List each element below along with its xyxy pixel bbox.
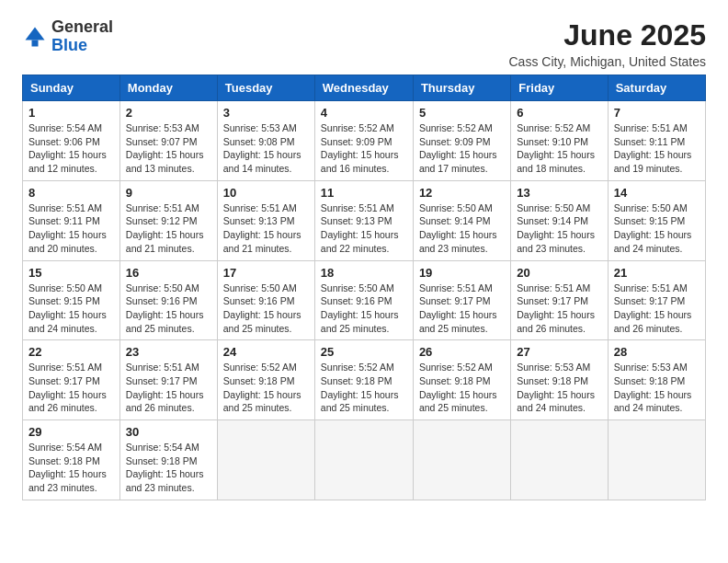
day-info: Sunrise: 5:52 AM Sunset: 9:10 PM Dayligh…: [517, 121, 601, 176]
table-row: 9 Sunrise: 5:51 AM Sunset: 9:12 PM Dayli…: [119, 180, 217, 260]
day-info: Sunrise: 5:53 AM Sunset: 9:07 PM Dayligh…: [126, 121, 211, 176]
day-number: 19: [419, 266, 505, 280]
day-number: 5: [419, 106, 505, 120]
day-number: 3: [223, 106, 309, 120]
title-area: June 2025 Cass City, Michigan, United St…: [509, 18, 707, 69]
table-row: 16 Sunrise: 5:50 AM Sunset: 9:16 PM Dayl…: [119, 260, 217, 340]
day-number: 21: [614, 266, 700, 280]
table-row: 18 Sunrise: 5:50 AM Sunset: 9:16 PM Dayl…: [314, 260, 413, 340]
day-info: Sunrise: 5:51 AM Sunset: 9:11 PM Dayligh…: [614, 121, 700, 176]
table-row: 3 Sunrise: 5:53 AM Sunset: 9:08 PM Dayli…: [217, 101, 314, 181]
table-row: 21 Sunrise: 5:51 AM Sunset: 9:17 PM Dayl…: [608, 260, 705, 340]
svg-marker-0: [26, 27, 45, 40]
day-number: 16: [126, 266, 211, 280]
day-info: Sunrise: 5:50 AM Sunset: 9:14 PM Dayligh…: [517, 201, 601, 256]
day-number: 1: [28, 106, 114, 120]
day-info: Sunrise: 5:54 AM Sunset: 9:06 PM Dayligh…: [28, 121, 114, 176]
table-row: 14 Sunrise: 5:50 AM Sunset: 9:15 PM Dayl…: [608, 180, 705, 260]
location-title: Cass City, Michigan, United States: [509, 54, 707, 69]
day-info: Sunrise: 5:52 AM Sunset: 9:18 PM Dayligh…: [321, 361, 407, 415]
table-row: 26 Sunrise: 5:52 AM Sunset: 9:18 PM Dayl…: [413, 340, 510, 420]
day-info: Sunrise: 5:51 AM Sunset: 9:17 PM Dayligh…: [614, 282, 700, 336]
day-info: Sunrise: 5:53 AM Sunset: 9:08 PM Dayligh…: [223, 121, 309, 176]
calendar-week-row: 1 Sunrise: 5:54 AM Sunset: 9:06 PM Dayli…: [23, 101, 706, 181]
day-number: 29: [28, 425, 114, 439]
table-row: 22 Sunrise: 5:51 AM Sunset: 9:17 PM Dayl…: [23, 340, 120, 420]
day-info: Sunrise: 5:50 AM Sunset: 9:16 PM Dayligh…: [223, 282, 309, 336]
day-info: Sunrise: 5:51 AM Sunset: 9:13 PM Dayligh…: [321, 201, 407, 256]
day-info: Sunrise: 5:51 AM Sunset: 9:11 PM Dayligh…: [28, 201, 114, 256]
table-row: 7 Sunrise: 5:51 AM Sunset: 9:11 PM Dayli…: [608, 101, 705, 181]
table-row: 1 Sunrise: 5:54 AM Sunset: 9:06 PM Dayli…: [23, 101, 120, 181]
col-monday: Monday: [119, 75, 217, 101]
day-info: Sunrise: 5:53 AM Sunset: 9:18 PM Dayligh…: [517, 361, 601, 415]
day-number: 4: [321, 106, 407, 120]
empty-cell: [511, 420, 608, 500]
table-row: 13 Sunrise: 5:50 AM Sunset: 9:14 PM Dayl…: [511, 180, 608, 260]
day-number: 22: [28, 345, 114, 359]
table-row: 11 Sunrise: 5:51 AM Sunset: 9:13 PM Dayl…: [314, 180, 413, 260]
day-info: Sunrise: 5:54 AM Sunset: 9:18 PM Dayligh…: [126, 441, 211, 495]
day-info: Sunrise: 5:52 AM Sunset: 9:18 PM Dayligh…: [223, 361, 309, 415]
month-title: June 2025: [509, 18, 707, 52]
day-number: 26: [419, 345, 505, 359]
table-row: 27 Sunrise: 5:53 AM Sunset: 9:18 PM Dayl…: [511, 340, 608, 420]
day-number: 7: [614, 106, 700, 120]
calendar-week-row: 22 Sunrise: 5:51 AM Sunset: 9:17 PM Dayl…: [23, 340, 706, 420]
table-row: 17 Sunrise: 5:50 AM Sunset: 9:16 PM Dayl…: [217, 260, 314, 340]
table-row: 19 Sunrise: 5:51 AM Sunset: 9:17 PM Dayl…: [413, 260, 510, 340]
logo-general: General: [51, 17, 113, 36]
day-number: 20: [517, 266, 601, 280]
day-info: Sunrise: 5:50 AM Sunset: 9:14 PM Dayligh…: [419, 201, 505, 256]
table-row: 24 Sunrise: 5:52 AM Sunset: 9:18 PM Dayl…: [217, 340, 314, 420]
logo-text: General Blue: [51, 18, 113, 55]
day-info: Sunrise: 5:52 AM Sunset: 9:18 PM Dayligh…: [419, 361, 505, 415]
empty-cell: [217, 420, 314, 500]
day-number: 25: [321, 345, 407, 359]
day-number: 27: [517, 345, 601, 359]
table-row: 6 Sunrise: 5:52 AM Sunset: 9:10 PM Dayli…: [511, 101, 608, 181]
table-row: 30 Sunrise: 5:54 AM Sunset: 9:18 PM Dayl…: [119, 420, 217, 500]
table-row: 8 Sunrise: 5:51 AM Sunset: 9:11 PM Dayli…: [23, 180, 120, 260]
col-friday: Friday: [511, 75, 608, 101]
day-number: 10: [223, 186, 309, 200]
day-info: Sunrise: 5:50 AM Sunset: 9:16 PM Dayligh…: [321, 282, 407, 336]
day-number: 23: [126, 345, 211, 359]
svg-rect-1: [32, 40, 39, 46]
table-row: 29 Sunrise: 5:54 AM Sunset: 9:18 PM Dayl…: [23, 420, 120, 500]
empty-cell: [608, 420, 705, 500]
day-info: Sunrise: 5:54 AM Sunset: 9:18 PM Dayligh…: [28, 441, 114, 495]
calendar-week-row: 15 Sunrise: 5:50 AM Sunset: 9:15 PM Dayl…: [23, 260, 706, 340]
table-row: 15 Sunrise: 5:50 AM Sunset: 9:15 PM Dayl…: [23, 260, 120, 340]
day-number: 9: [126, 186, 211, 200]
day-number: 18: [321, 266, 407, 280]
day-info: Sunrise: 5:52 AM Sunset: 9:09 PM Dayligh…: [419, 121, 505, 176]
col-sunday: Sunday: [23, 75, 120, 101]
calendar-week-row: 29 Sunrise: 5:54 AM Sunset: 9:18 PM Dayl…: [23, 420, 706, 500]
day-info: Sunrise: 5:51 AM Sunset: 9:17 PM Dayligh…: [126, 361, 211, 415]
empty-cell: [314, 420, 413, 500]
day-info: Sunrise: 5:50 AM Sunset: 9:15 PM Dayligh…: [614, 201, 700, 256]
col-tuesday: Tuesday: [217, 75, 314, 101]
day-number: 11: [321, 186, 407, 200]
col-wednesday: Wednesday: [314, 75, 413, 101]
logo: General Blue: [22, 18, 113, 55]
table-row: 28 Sunrise: 5:53 AM Sunset: 9:18 PM Dayl…: [608, 340, 705, 420]
day-number: 6: [517, 106, 601, 120]
day-number: 24: [223, 345, 309, 359]
empty-cell: [413, 420, 510, 500]
day-info: Sunrise: 5:52 AM Sunset: 9:09 PM Dayligh…: [321, 121, 407, 176]
day-number: 12: [419, 186, 505, 200]
table-row: 25 Sunrise: 5:52 AM Sunset: 9:18 PM Dayl…: [314, 340, 413, 420]
day-info: Sunrise: 5:50 AM Sunset: 9:16 PM Dayligh…: [126, 282, 211, 336]
day-number: 30: [126, 425, 211, 439]
col-thursday: Thursday: [413, 75, 510, 101]
day-number: 14: [614, 186, 700, 200]
table-row: 23 Sunrise: 5:51 AM Sunset: 9:17 PM Dayl…: [119, 340, 217, 420]
calendar-header-row: Sunday Monday Tuesday Wednesday Thursday…: [23, 75, 706, 101]
day-number: 15: [28, 266, 114, 280]
logo-icon: [22, 24, 48, 50]
day-info: Sunrise: 5:51 AM Sunset: 9:12 PM Dayligh…: [126, 201, 211, 256]
table-row: 10 Sunrise: 5:51 AM Sunset: 9:13 PM Dayl…: [217, 180, 314, 260]
calendar-week-row: 8 Sunrise: 5:51 AM Sunset: 9:11 PM Dayli…: [23, 180, 706, 260]
